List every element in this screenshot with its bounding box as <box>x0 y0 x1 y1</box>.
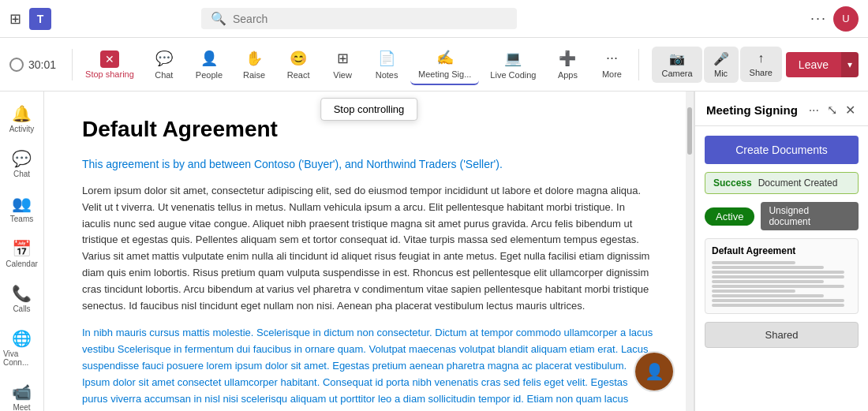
apps-icon: ➕ <box>559 50 576 67</box>
people-icon: 👤 <box>200 50 218 67</box>
people-button[interactable]: 👤 People <box>188 45 230 84</box>
sidebar-item-meet[interactable]: 📹 Meet <box>0 376 43 411</box>
apps-label: Apps <box>558 70 578 80</box>
chat-label: Chat <box>155 70 173 80</box>
top-bar-right: ··· U <box>810 6 859 32</box>
create-documents-button[interactable]: Create Documents <box>705 136 859 164</box>
react-button[interactable]: 😊 React <box>278 45 319 84</box>
more-icon: ··· <box>606 50 618 66</box>
panel-header: Meeting Signing ··· ⤡ ✕ <box>695 92 868 126</box>
people-label: People <box>196 70 223 80</box>
timer-value: 30:01 <box>28 58 56 71</box>
toolbar-divider-1 <box>72 49 73 80</box>
mic-button[interactable]: 🎤 Mic <box>704 47 739 83</box>
meet-label: Meet <box>13 403 30 411</box>
sidebar-item-viva[interactable]: 🌐 Viva Conn... <box>0 323 43 373</box>
activity-icon: 🔔 <box>12 104 32 123</box>
mic-label: Mic <box>714 69 728 78</box>
chat-sidebar-icon: 💬 <box>12 149 32 168</box>
preview-title: Default Agreement <box>712 245 851 256</box>
panel-expand-button[interactable]: ⤡ <box>825 101 839 119</box>
panel-more-button[interactable]: ··· <box>807 102 821 119</box>
react-icon: 😊 <box>290 50 307 67</box>
view-label: View <box>333 70 352 80</box>
sidebar-item-calendar[interactable]: 📅 Calendar <box>0 233 43 275</box>
notes-icon: 📄 <box>378 50 395 67</box>
camera-button[interactable]: 📷 Camera <box>652 47 702 83</box>
leave-chevron-button[interactable]: ▾ <box>841 52 859 77</box>
raise-icon: ✋ <box>245 50 263 67</box>
apps-button[interactable]: ➕ Apps <box>547 45 588 84</box>
calls-icon: 📞 <box>12 284 32 303</box>
view-button[interactable]: ⊞ View <box>322 45 363 84</box>
preview-line-6 <box>712 285 844 288</box>
leave-button[interactable]: Leave <box>786 52 841 77</box>
doc-paragraph-1: Lorem ipsum dolor sit amet, consectetur … <box>82 183 656 314</box>
calendar-label: Calendar <box>6 260 38 268</box>
more-button[interactable]: ··· More <box>591 45 632 84</box>
live-coding-label: Live Coding <box>490 70 536 80</box>
raise-button[interactable]: ✋ Raise <box>234 45 275 84</box>
doc-status-row: Active Unsigned document <box>705 202 859 230</box>
share-label: Share <box>750 68 773 77</box>
media-buttons: 📷 Camera 🎤 Mic ↑ Share <box>652 47 781 83</box>
toolbar-divider-2 <box>638 49 639 80</box>
sidebar-item-chat[interactable]: 💬 Chat <box>0 143 43 185</box>
user-avatar[interactable]: U <box>833 6 859 32</box>
activity-label: Activity <box>9 125 35 133</box>
preview-line-5 <box>712 280 824 283</box>
teams-logo: T <box>29 8 51 30</box>
toolbar: 30:01 ✕ Stop sharing 💬 Chat 👤 People ✋ R… <box>0 38 868 92</box>
sidebar-item-calls[interactable]: 📞 Calls <box>0 278 43 319</box>
more-label: More <box>602 69 622 79</box>
share-button[interactable]: ↑ Share <box>740 47 782 82</box>
share-icon: ↑ <box>758 51 764 65</box>
scroll-bar[interactable] <box>686 92 694 411</box>
viva-icon: 🌐 <box>12 329 32 348</box>
document-body: Lorem ipsum dolor sit amet, consectetur … <box>82 183 656 411</box>
success-text: Document Created <box>758 177 838 189</box>
search-bar[interactable]: 🔍 <box>201 8 517 29</box>
preview-line-9 <box>712 299 844 302</box>
chat-icon: 💬 <box>155 50 173 67</box>
meet-icon: 📹 <box>12 383 32 402</box>
main-area: 🔔 Activity 💬 Chat 👥 Teams 📅 Calendar 📞 C… <box>0 92 868 411</box>
panel-body: Create Documents Success Document Create… <box>695 126 868 411</box>
app-grid-icon[interactable]: ⊞ <box>9 10 21 28</box>
live-coding-button[interactable]: 💻 Live Coding <box>482 45 544 84</box>
search-icon: 🔍 <box>211 11 226 26</box>
document-area: Stop controlling Default Agreement This … <box>44 92 694 411</box>
notes-button[interactable]: 📄 Notes <box>366 45 407 84</box>
stop-controlling-bar[interactable]: Stop controlling <box>320 98 418 121</box>
shared-button[interactable]: Shared <box>705 322 859 348</box>
preview-line-2 <box>712 266 824 269</box>
top-bar: ⊞ T 🔍 ··· U <box>0 0 868 38</box>
mic-icon: 🎤 <box>713 51 729 66</box>
unsigned-badge: Unsigned document <box>761 202 859 230</box>
top-bar-left: ⊞ T <box>9 8 51 30</box>
sidebar-item-activity[interactable]: 🔔 Activity <box>0 98 43 140</box>
meeting-sig-button[interactable]: ✍️ Meeting Sig... <box>410 44 479 85</box>
document-scroll[interactable]: Default Agreement This agreement is by a… <box>44 92 694 411</box>
more-options-button[interactable]: ··· <box>810 10 827 27</box>
preview-line-8 <box>712 294 824 297</box>
view-icon: ⊞ <box>337 50 349 67</box>
stop-sharing-label: Stop sharing <box>85 69 134 79</box>
avatar-image: 👤 <box>635 353 673 390</box>
timer-icon <box>9 58 24 72</box>
stop-sharing-button[interactable]: ✕ Stop sharing <box>79 46 140 84</box>
success-label: Success <box>713 177 752 189</box>
chat-sidebar-label: Chat <box>13 170 30 178</box>
search-input[interactable] <box>233 13 507 25</box>
preview-line-10 <box>712 304 844 307</box>
sidebar-item-teams[interactable]: 👥 Teams <box>0 188 43 230</box>
document-subtitle: This agreement is by and between Contoso… <box>82 158 656 170</box>
chat-button[interactable]: 💬 Chat <box>144 45 185 84</box>
panel-title: Meeting Signing <box>706 103 798 117</box>
doc-preview-card: Default Agreement <box>705 238 859 314</box>
panel-close-button[interactable]: ✕ <box>844 101 857 119</box>
stop-sharing-icon: ✕ <box>100 50 119 68</box>
timer: 30:01 <box>9 58 56 72</box>
viva-label: Viva Conn... <box>3 349 40 367</box>
preview-line-7 <box>712 290 795 293</box>
